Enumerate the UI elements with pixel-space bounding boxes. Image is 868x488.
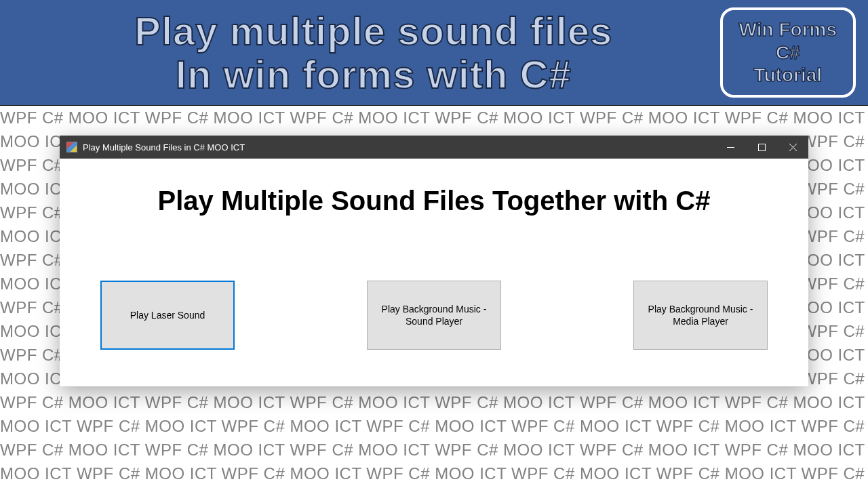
banner-title-line-2: In win forms with C# — [27, 53, 720, 96]
badge-line-3: Tutorial — [739, 64, 837, 87]
form-heading: Play Multiple Sound Files Together with … — [87, 186, 781, 216]
minimize-button[interactable] — [715, 136, 746, 159]
window-controls — [715, 136, 808, 159]
svg-rect-1 — [758, 144, 765, 150]
window-titlebar[interactable]: Play Multiple Sound Files in C# MOO ICT — [60, 136, 808, 159]
play-laser-sound-button[interactable]: Play Laser Sound — [100, 281, 235, 350]
badge-line-2: C# — [739, 41, 837, 64]
play-bg-music-soundplayer-button[interactable]: Play Background Music - Sound Player — [367, 281, 501, 350]
badge-line-1: Win Forms — [739, 18, 837, 41]
tutorial-banner: Play multiple sound files In win forms w… — [0, 0, 868, 106]
maximize-button[interactable] — [746, 136, 777, 159]
app-window: Play Multiple Sound Files in C# MOO ICT … — [60, 136, 808, 386]
banner-title-line-1: Play multiple sound files — [27, 9, 720, 53]
play-bg-music-mediaplayer-button[interactable]: Play Background Music - Media Player — [633, 281, 768, 350]
banner-title: Play multiple sound files In win forms w… — [0, 9, 720, 96]
banner-badge: Win Forms C# Tutorial — [720, 7, 856, 98]
close-button[interactable] — [777, 136, 808, 159]
window-body: Play Multiple Sound Files Together with … — [60, 159, 808, 370]
window-title: Play Multiple Sound Files in C# MOO ICT — [83, 142, 715, 152]
buttons-row: Play Laser Sound Play Background Music -… — [87, 281, 781, 350]
app-icon — [66, 142, 77, 152]
